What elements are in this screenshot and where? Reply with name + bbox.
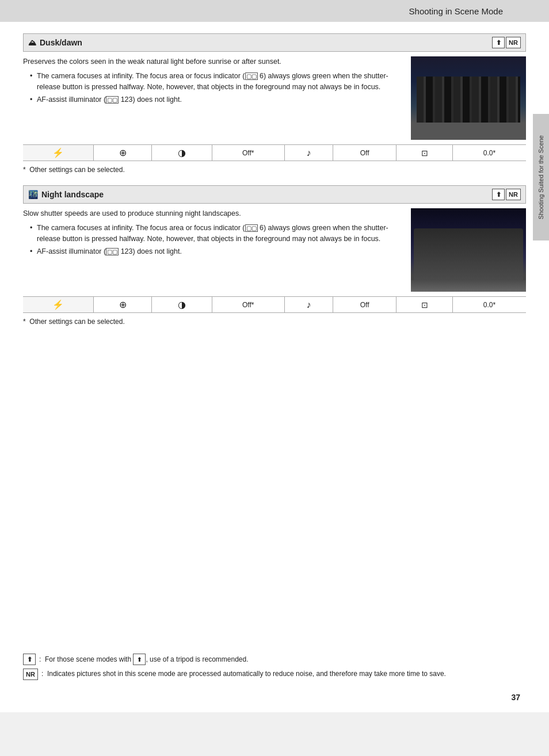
night-settings-ev: 0.0*	[453, 297, 527, 313]
dusk-dawn-image	[411, 56, 526, 140]
settings-exp: Off*	[212, 145, 284, 161]
nr-badge: NR	[506, 37, 521, 48]
night-settings-timer: ⊕	[94, 297, 152, 313]
footnote-tripod-icon: ⬆	[23, 654, 36, 665]
dusk-dawn-title-row: ⛰ Dusk/dawn	[28, 38, 82, 47]
page-title: Shooting in Scene Mode	[409, 6, 503, 16]
settings-off: Off	[333, 145, 396, 161]
night-landscape-body: Slow shutter speeds are used to produce …	[23, 208, 526, 292]
night-settings-exp: Off*	[212, 297, 284, 313]
dusk-dawn-settings-table: ⚡ ⊕ ◑ Off* ♪ Off ⊡ 0.0*	[23, 144, 526, 161]
night-settings-off: Off	[333, 297, 396, 313]
dusk-dawn-footnote: * Other settings can be selected.	[23, 166, 526, 174]
section-divider	[23, 180, 526, 185]
footnote-nr-icon: NR	[23, 669, 38, 680]
night-landscape-title: Night landscape	[41, 190, 104, 199]
dusk-dawn-photo	[411, 56, 526, 140]
tripod-badge: ⬆	[492, 37, 505, 48]
page-number: 37	[511, 693, 520, 702]
sidebar-tab-label: Shooting Suited for the Scene	[537, 135, 544, 219]
night-landscape-bullet-1: The camera focuses at infinity. The focu…	[30, 223, 404, 245]
settings-macro: ◑	[152, 145, 212, 161]
main-content: ⛰ Dusk/dawn ⬆ NR Preserves the colors se…	[0, 22, 549, 712]
footnote-tripod-text: : For those scene modes with ⬆, use of a…	[39, 654, 249, 665]
night-nr-badge: NR	[506, 189, 521, 200]
dusk-dawn-body: Preserves the colors seen in the weak na…	[23, 56, 526, 140]
sidebar-tab: Shooting Suited for the Scene	[533, 114, 549, 240]
night-settings-macro: ◑	[152, 297, 212, 313]
settings-flash: ⚡	[23, 145, 94, 161]
night-landscape-image	[411, 208, 526, 292]
dusk-dawn-bullet-1: The camera focuses at infinity. The focu…	[30, 71, 404, 93]
night-landscape-scene-icon: 🌃	[28, 190, 38, 199]
dusk-dawn-header: ⛰ Dusk/dawn ⬆ NR	[23, 33, 526, 52]
night-landscape-badges: ⬆ NR	[492, 189, 521, 200]
dusk-dawn-section: ⛰ Dusk/dawn ⬆ NR Preserves the colors se…	[23, 33, 526, 174]
dusk-dawn-badges: ⬆ NR	[492, 37, 521, 48]
night-landscape-footnote: * Other settings can be selected.	[23, 318, 526, 326]
night-landscape-section: 🌃 Night landscape ⬆ NR Slow shutter spee…	[23, 185, 526, 326]
settings-sound: ♪	[284, 145, 333, 161]
night-landscape-text: Slow shutter speeds are used to produce …	[23, 208, 404, 292]
footnote-nr: NR : Indicates pictures shot in this sce…	[23, 669, 503, 680]
night-landscape-title-row: 🌃 Night landscape	[28, 190, 104, 199]
settings-wb: ⊡	[396, 145, 453, 161]
night-landscape-photo	[411, 208, 526, 292]
dusk-dawn-intro: Preserves the colors seen in the weak na…	[23, 56, 404, 67]
footnote-nr-text: : Indicates pictures shot in this scene …	[41, 669, 446, 680]
night-settings-wb: ⊡	[396, 297, 453, 313]
footnote-tripod: ⬆ : For those scene modes with ⬆, use of…	[23, 654, 503, 665]
dusk-dawn-text: Preserves the colors seen in the weak na…	[23, 56, 404, 140]
night-landscape-bullet-2: AF-assist illuminator (▢▢ 123) does not …	[30, 246, 404, 257]
night-settings-flash: ⚡	[23, 297, 94, 313]
bottom-footnotes: ⬆ : For those scene modes with ⬆, use of…	[23, 654, 503, 684]
night-settings-sound: ♪	[284, 297, 333, 313]
dusk-dawn-bullets: The camera focuses at infinity. The focu…	[23, 71, 404, 105]
night-tripod-badge: ⬆	[492, 189, 505, 200]
dusk-dawn-scene-icon: ⛰	[28, 38, 36, 47]
night-landscape-intro: Slow shutter speeds are used to produce …	[23, 208, 404, 219]
night-landscape-bullets: The camera focuses at infinity. The focu…	[23, 223, 404, 257]
dusk-dawn-title: Dusk/dawn	[40, 38, 82, 47]
settings-timer: ⊕	[94, 145, 152, 161]
night-landscape-header: 🌃 Night landscape ⬆ NR	[23, 185, 526, 204]
settings-ev: 0.0*	[453, 145, 527, 161]
dusk-dawn-bullet-2: AF-assist illuminator (▢▢ 123) does not …	[30, 94, 404, 105]
header-bar: Shooting in Scene Mode	[0, 0, 549, 22]
night-landscape-settings-table: ⚡ ⊕ ◑ Off* ♪ Off ⊡ 0.0*	[23, 296, 526, 313]
